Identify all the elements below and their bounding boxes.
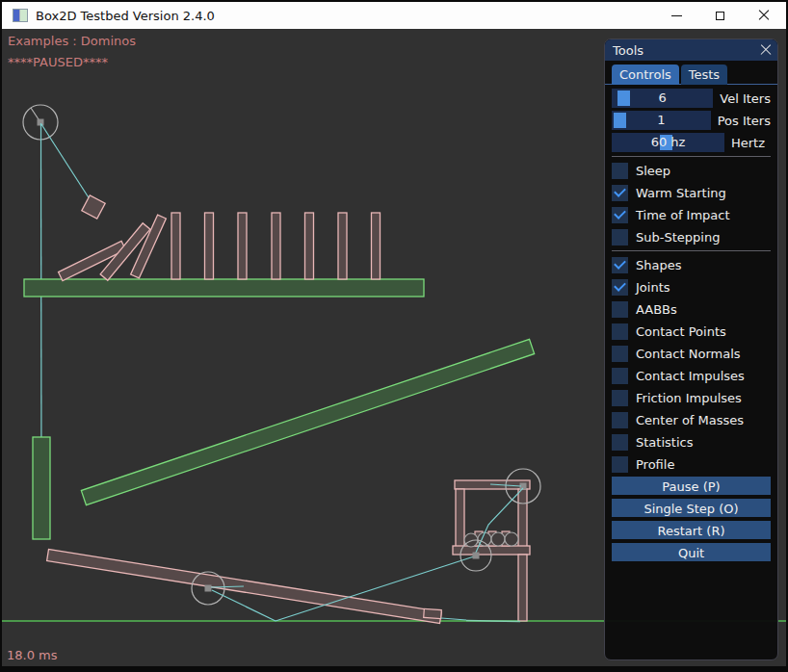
contact-points-checkbox[interactable] (612, 323, 628, 340)
checkbox-row-statistics[interactable]: Statistics (612, 432, 771, 452)
pause-button[interactable]: Pause (P) (612, 477, 771, 495)
sub-stepping-label: Sub-Stepping (636, 230, 720, 245)
aabbs-label: AABBs (636, 302, 677, 317)
contact-normals-label: Contact Normals (636, 347, 741, 361)
window-controls (655, 2, 785, 29)
center-of-masses-label: Center of Masses (636, 413, 744, 427)
ground-box (424, 608, 442, 618)
statistics-checkbox[interactable] (612, 434, 628, 451)
vel-iters-row: 6 Vel Iters (612, 89, 771, 108)
tab-controls-label: Controls (619, 67, 671, 82)
checkbox-row-contact-impulses[interactable]: Contact Impulses (612, 366, 771, 385)
hertz-row: 60 hz Hertz (612, 133, 771, 152)
close-button[interactable] (742, 2, 785, 29)
joint-line-ground (441, 618, 466, 620)
profile-checkbox[interactable] (612, 456, 628, 473)
tab-bar: Controls Tests (605, 61, 777, 85)
pos-iters-slider[interactable]: 1 (612, 111, 711, 130)
tab-tests[interactable]: Tests (681, 65, 727, 85)
paused-label: ****PAUSED**** (8, 55, 108, 69)
joints-checkbox[interactable] (612, 279, 628, 296)
tab-tests-label: Tests (689, 67, 720, 82)
contact-normals-checkbox[interactable] (612, 346, 628, 362)
quit-button[interactable]: Quit (612, 543, 771, 561)
window-title: Box2D Testbed Version 2.4.0 (36, 9, 215, 23)
hertz-drag[interactable]: 60 hz (612, 133, 724, 152)
minimize-icon (671, 15, 682, 16)
vel-iters-value: 6 (612, 89, 713, 108)
tools-panel-titlebar[interactable]: Tools (605, 39, 777, 61)
pos-iters-label: Pos Iters (718, 114, 771, 128)
checkbox-row-contact-normals[interactable]: Contact Normals (612, 344, 771, 363)
separator (612, 156, 771, 157)
pos-iters-row: 1 Pos Iters (612, 111, 771, 130)
single-step-button[interactable]: Single Step (O) (612, 499, 771, 517)
fallen-dominoes (59, 215, 167, 281)
frame-time-label: 18.0 ms (7, 648, 58, 662)
joint-line-pendulum (41, 124, 92, 202)
checkbox-row-contact-points[interactable]: Contact Points (612, 322, 771, 341)
profile-label: Profile (636, 457, 674, 472)
vel-iters-label: Vel Iters (720, 91, 771, 106)
app-icon (13, 9, 28, 22)
tools-panel: Tools Controls Tests 6 Vel Iters (604, 39, 778, 660)
joints-label: Joints (636, 280, 670, 295)
tools-panel-title: Tools (613, 43, 644, 58)
restart-button[interactable]: Restart (R) (612, 521, 771, 539)
shapes-checkbox[interactable] (612, 257, 628, 273)
checkbox-row-joints[interactable]: Joints (612, 277, 771, 297)
friction-impulses-checkbox[interactable] (612, 390, 628, 406)
checkbox-row-time-of-impact[interactable]: Time of Impact (612, 205, 771, 224)
shapes-label: Shapes (636, 258, 681, 272)
tab-controls[interactable]: Controls (612, 65, 679, 85)
sub-stepping-checkbox[interactable] (612, 229, 628, 246)
stand-frame (453, 480, 530, 621)
pendulum-box (82, 195, 105, 219)
warm-starting-checkbox[interactable] (612, 185, 628, 201)
sleep-label: Sleep (636, 164, 670, 178)
checkbox-row-aabbs[interactable]: AABBs (612, 299, 771, 319)
checkbox-row-warm-starting[interactable]: Warm Starting (612, 183, 771, 202)
hertz-value: 60 hz (612, 133, 724, 152)
button-stack: Pause (P) Single Step (O) Restart (R) Qu… (612, 477, 771, 561)
checkbox-row-shapes[interactable]: Shapes (612, 255, 771, 274)
standing-dominoes (171, 213, 381, 279)
window-titlebar[interactable]: Box2D Testbed Version 2.4.0 (2, 2, 786, 29)
separator (612, 250, 771, 251)
vel-iters-slider[interactable]: 6 (612, 89, 713, 108)
checkbox-row-center-of-masses[interactable]: Center of Masses (612, 410, 771, 429)
checkbox-row-friction-impulses[interactable]: Friction Impulses (612, 388, 771, 407)
contact-segment (466, 621, 520, 622)
maximize-icon (716, 12, 724, 20)
joint-line-vertical (41, 123, 42, 487)
minimize-button[interactable] (655, 2, 698, 29)
sleep-checkbox[interactable] (612, 163, 628, 179)
contact-impulses-label: Contact Impulses (636, 369, 745, 383)
center-of-masses-checkbox[interactable] (612, 412, 628, 428)
example-label: Examples : Dominos (8, 34, 136, 48)
panel-close-icon[interactable] (759, 43, 773, 57)
checkbox-row-sleep[interactable]: Sleep (612, 161, 771, 180)
checkbox-row-profile[interactable]: Profile (612, 454, 771, 474)
vertical-plank (33, 437, 50, 539)
contact-impulses-checkbox[interactable] (612, 368, 628, 384)
contact-points-label: Contact Points (636, 324, 726, 339)
close-icon (758, 10, 770, 21)
aabbs-checkbox[interactable] (612, 301, 628, 318)
time-of-impact-checkbox[interactable] (612, 207, 628, 223)
warm-starting-label: Warm Starting (636, 186, 726, 200)
upper-shelf (24, 279, 424, 297)
hertz-label: Hertz (731, 136, 765, 150)
maximize-button[interactable] (698, 2, 742, 29)
pos-iters-value: 1 (612, 111, 711, 130)
time-of-impact-label: Time of Impact (636, 208, 730, 222)
friction-impulses-label: Friction Impulses (636, 391, 742, 405)
checkbox-row-sub-stepping[interactable]: Sub-Stepping (612, 227, 771, 246)
physics-canvas[interactable]: Examples : Dominos ****PAUSED**** 18.0 m… (2, 29, 786, 666)
statistics-label: Statistics (636, 435, 693, 450)
